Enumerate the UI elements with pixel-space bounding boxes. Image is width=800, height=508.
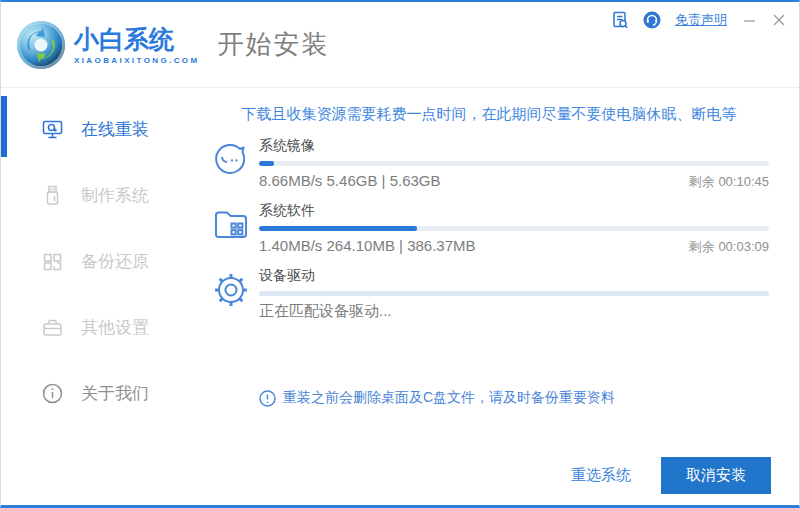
task-name: 设备驱动 [259, 264, 769, 291]
usb-drive-icon [41, 184, 64, 207]
customer-service-icon[interactable] [643, 11, 661, 29]
warning-text: 下载且收集资源需要耗费一点时间，在此期间尽量不要使电脑休眠、断电等 [209, 103, 769, 124]
header-controls: 免责声明 [611, 10, 787, 30]
progress-fill [259, 161, 274, 166]
header: 小白系统 XIAOBAIXITONG.COM 开始安装 [1, 2, 799, 88]
footer-actions: 重选系统 取消安装 [571, 457, 771, 494]
close-icon[interactable] [771, 11, 787, 29]
task-list: 系统镜像 8.66MB/s 5.46GB | 5.63GB 剩余 00:10:4… [209, 134, 769, 329]
gear-icon [209, 267, 253, 311]
sidebar-item-label: 在线重装 [81, 118, 149, 141]
sidebar-item-label: 关于我们 [81, 382, 149, 405]
time-remaining: 剩余 00:03:09 [689, 238, 769, 256]
logo-sphere-icon [17, 21, 65, 69]
active-indicator [0, 96, 7, 157]
logo-text: 小白系统 XIAOBAIXITONG.COM [74, 25, 200, 65]
app-logo: 小白系统 XIAOBAIXITONG.COM [17, 21, 200, 69]
document-search-icon[interactable] [611, 11, 629, 29]
time-remaining: 剩余 00:10:45 [689, 173, 769, 191]
sidebar-item-make-system[interactable]: 制作系统 [1, 162, 201, 228]
toolbox-icon [41, 316, 64, 339]
app-window: 小白系统 XIAOBAIXITONG.COM 开始安装 [0, 0, 800, 508]
minimize-icon[interactable] [741, 11, 757, 29]
alert-circle-icon [259, 390, 276, 407]
backup-restore-icon [41, 250, 64, 273]
sidebar-item-about-us[interactable]: 关于我们 [1, 360, 201, 426]
sidebar: 在线重装 制作系统 备份还原 [1, 88, 201, 504]
backup-note-text: 重装之前会删除桌面及C盘文件，请及时备份重要资料 [283, 389, 615, 407]
disclaimer-link[interactable]: 免责声明 [675, 11, 727, 29]
task-row-device-driver: 设备驱动 正在匹配设备驱动... [209, 264, 769, 321]
logo-title: 小白系统 [74, 25, 200, 53]
download-stats: 8.66MB/s 5.46GB | 5.63GB [259, 172, 441, 189]
sidebar-item-label: 其他设置 [81, 316, 149, 339]
download-stats: 1.40MB/s 264.10MB | 386.37MB [259, 237, 476, 254]
sidebar-item-online-reinstall[interactable]: 在线重装 [1, 96, 201, 162]
backup-note: 重装之前会删除桌面及C盘文件，请及时备份重要资料 [259, 389, 769, 407]
progress-bar [259, 226, 769, 231]
sidebar-item-other-settings[interactable]: 其他设置 [1, 294, 201, 360]
page-title: 开始安装 [218, 27, 330, 62]
progress-fill [259, 226, 417, 231]
task-row-system-image: 系统镜像 8.66MB/s 5.46GB | 5.63GB 剩余 00:10:4… [209, 134, 769, 191]
task-status-text: 正在匹配设备驱动... [259, 302, 392, 321]
sidebar-item-label: 制作系统 [81, 184, 149, 207]
task-name: 系统软件 [259, 199, 769, 226]
folder-grid-icon [209, 202, 253, 246]
progress-bar [259, 291, 769, 296]
reselect-system-button[interactable]: 重选系统 [571, 466, 631, 485]
mascot-face-icon [209, 137, 253, 181]
sidebar-item-backup-restore[interactable]: 备份还原 [1, 228, 201, 294]
task-name: 系统镜像 [259, 134, 769, 161]
cancel-install-button[interactable]: 取消安装 [661, 457, 771, 494]
main-content: 下载且收集资源需要耗费一点时间，在此期间尽量不要使电脑休眠、断电等 系统镜像 [201, 88, 799, 504]
window-body: 在线重装 制作系统 备份还原 [1, 88, 799, 504]
info-circle-icon [41, 382, 64, 405]
task-row-system-software: 系统软件 1.40MB/s 264.10MB | 386.37MB 剩余 00:… [209, 199, 769, 256]
sidebar-item-label: 备份还原 [81, 250, 149, 273]
progress-bar [259, 161, 769, 166]
monitor-reinstall-icon [41, 118, 64, 141]
logo-subtitle: XIAOBAIXITONG.COM [74, 56, 200, 65]
